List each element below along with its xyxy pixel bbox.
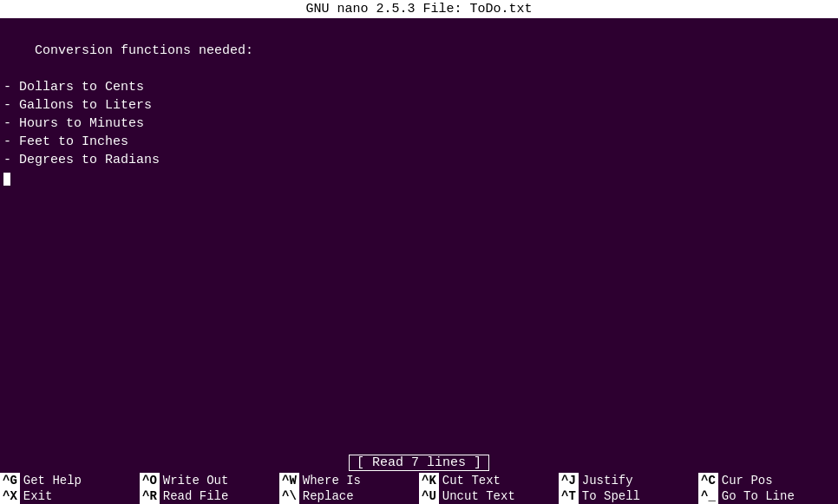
bottom-bar: ^G Get Help ^O Write Out ^W Where Is ^K … xyxy=(0,473,838,504)
shortcut-label-cur-pos: Cur Pos xyxy=(718,474,773,488)
shortcut-key-to-spell: ^T xyxy=(559,488,579,504)
status-text: [ Read 7 lines ] xyxy=(349,455,489,471)
shortcut-label-get-help: Get Help xyxy=(20,474,82,488)
shortcut-write-out[interactable]: ^O Write Out xyxy=(140,473,279,488)
cursor xyxy=(3,173,10,186)
shortcut-key-go-to-line: ^_ xyxy=(698,488,718,504)
editor-content: Conversion functions needed: - Dollars t… xyxy=(3,43,253,167)
title-text: GNU nano 2.5.3 File: ToDo.txt xyxy=(305,2,532,16)
shortcut-key-uncut-text: ^U xyxy=(419,488,439,504)
shortcut-label-read-file: Read File xyxy=(160,489,229,503)
shortcut-justify[interactable]: ^J Justify xyxy=(559,473,698,488)
shortcut-key-cut-text: ^K xyxy=(419,473,439,488)
shortcut-label-exit: Exit xyxy=(20,489,53,503)
shortcut-uncut-text[interactable]: ^U Uncut Text xyxy=(419,488,559,504)
shortcut-row-1: ^G Get Help ^O Write Out ^W Where Is ^K … xyxy=(0,473,838,488)
status-bar: [ Read 7 lines ] xyxy=(0,453,838,473)
editor-area[interactable]: Conversion functions needed: - Dollars t… xyxy=(0,18,838,453)
shortcut-to-spell[interactable]: ^T To Spell xyxy=(559,488,698,504)
app: GNU nano 2.5.3 File: ToDo.txt Conversion… xyxy=(0,0,838,504)
shortcut-key-where-is: ^W xyxy=(279,473,299,488)
shortcut-replace[interactable]: ^\ Replace xyxy=(279,488,419,504)
shortcut-label-go-to-line: Go To Line xyxy=(718,489,795,503)
shortcut-read-file[interactable]: ^R Read File xyxy=(140,488,279,504)
shortcut-where-is[interactable]: ^W Where Is xyxy=(279,473,419,488)
shortcut-label-to-spell: To Spell xyxy=(579,489,640,503)
shortcut-key-justify: ^J xyxy=(559,473,579,488)
shortcut-key-get-help: ^G xyxy=(0,473,20,488)
shortcut-label-justify: Justify xyxy=(579,474,633,488)
shortcut-row-2: ^X Exit ^R Read File ^\ Replace ^U Uncut… xyxy=(0,488,838,504)
shortcut-key-read-file: ^R xyxy=(140,488,160,504)
shortcut-key-exit: ^X xyxy=(0,488,20,504)
shortcut-key-replace: ^\ xyxy=(279,488,299,504)
shortcut-cut-text[interactable]: ^K Cut Text xyxy=(419,473,559,488)
title-bar: GNU nano 2.5.3 File: ToDo.txt xyxy=(0,0,838,18)
shortcut-label-cut-text: Cut Text xyxy=(439,474,501,488)
shortcut-label-where-is: Where Is xyxy=(299,474,361,488)
shortcut-exit[interactable]: ^X Exit xyxy=(0,488,140,504)
shortcut-get-help[interactable]: ^G Get Help xyxy=(0,473,140,488)
shortcut-label-write-out: Write Out xyxy=(160,474,229,488)
shortcut-label-replace: Replace xyxy=(299,489,354,503)
shortcut-cur-pos[interactable]: ^C Cur Pos xyxy=(698,473,838,488)
shortcut-key-write-out: ^O xyxy=(140,473,160,488)
shortcut-go-to-line[interactable]: ^_ Go To Line xyxy=(698,488,838,504)
shortcut-key-cur-pos: ^C xyxy=(698,473,718,488)
shortcut-label-uncut-text: Uncut Text xyxy=(439,489,515,503)
